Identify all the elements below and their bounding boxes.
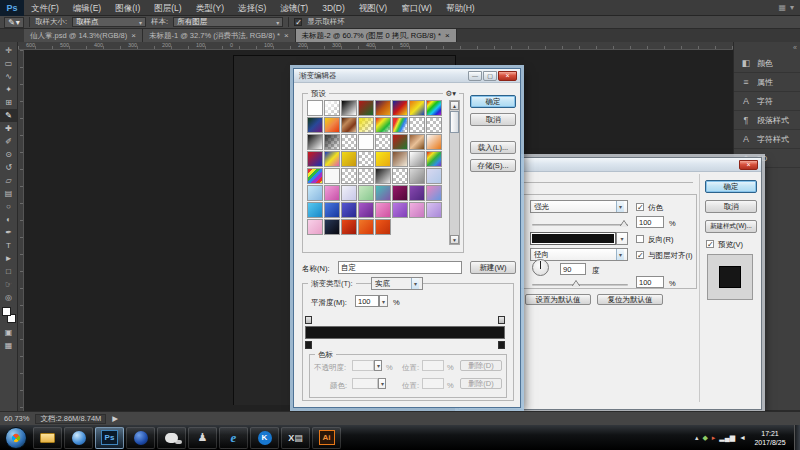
opacity-stop-end[interactable]	[498, 316, 505, 324]
path-selection-tool[interactable]: ►	[0, 252, 17, 265]
angle-input[interactable]: 90	[560, 263, 586, 275]
gradient-preset-33[interactable]	[324, 168, 340, 184]
gradient-preset-59[interactable]	[358, 219, 374, 235]
cancel-button[interactable]: 取消	[470, 113, 516, 126]
gradient-preset-13[interactable]	[392, 117, 408, 133]
gradient-preview-bar[interactable]	[305, 326, 505, 339]
scroll-down-icon[interactable]: ▼	[450, 235, 459, 244]
gradient-preset-31[interactable]	[426, 151, 442, 167]
scale-input[interactable]: 100	[636, 276, 664, 288]
dock-collapse-icon[interactable]: «	[793, 44, 797, 51]
gradient-preset-24[interactable]	[307, 151, 323, 167]
gradient-preset-35[interactable]	[358, 168, 374, 184]
gradient-preset-56[interactable]	[307, 219, 323, 235]
crop-tool[interactable]: ⊞	[0, 96, 17, 109]
document-tab-2[interactable]: 未标题-2 @ 60.7% (图层 0 拷贝, RGB/8) *×	[296, 29, 457, 42]
gradient-preset-53[interactable]	[392, 202, 408, 218]
gradient-preset-30[interactable]	[409, 151, 425, 167]
minimize-icon[interactable]: —	[468, 71, 482, 81]
gradient-preset-1[interactable]	[324, 100, 340, 116]
move-tool[interactable]: ✛	[0, 44, 17, 57]
angle-dial[interactable]	[532, 259, 549, 276]
gradient-preset-18[interactable]	[341, 134, 357, 150]
gradient-preset-8[interactable]	[307, 117, 323, 133]
panel-properties[interactable]: ≡属性	[734, 73, 800, 92]
gradient-preset-3[interactable]	[358, 100, 374, 116]
opacity-input[interactable]: 100	[636, 216, 664, 228]
close-icon[interactable]: ×	[498, 71, 517, 81]
gradient-preset-21[interactable]	[392, 134, 408, 150]
k-circle-app[interactable]: K	[250, 427, 279, 449]
photoshop[interactable]: Ps	[95, 427, 124, 449]
gradient-preset-20[interactable]	[375, 134, 391, 150]
blue-circle-app[interactable]	[126, 427, 155, 449]
gradient-preset-9[interactable]	[324, 117, 340, 133]
document-tab-0[interactable]: 仙人掌.psd @ 14.3%(RGB/8)×	[24, 29, 143, 42]
menu-item-1[interactable]: 编辑(E)	[66, 0, 108, 16]
eyedropper-tool-preset[interactable]: ✎ ▾	[4, 17, 24, 28]
gradient-preset-37[interactable]	[392, 168, 408, 184]
gradient-preset-19[interactable]	[358, 134, 374, 150]
scrollbar[interactable]: ▲ ▼	[449, 100, 460, 245]
screen-mode-icon[interactable]: ▦	[0, 339, 17, 352]
healing-brush-tool[interactable]: ✚	[0, 122, 17, 135]
gradient-preset-55[interactable]	[426, 202, 442, 218]
history-brush-tool[interactable]: ↺	[0, 161, 17, 174]
dither-checkbox[interactable]: ✓	[636, 203, 644, 211]
stop-opacity-input[interactable]	[352, 360, 374, 371]
workspace-icon[interactable]: ▦	[778, 3, 786, 12]
stop-opacity-caret[interactable]: ▾	[374, 360, 382, 371]
tray-red-flag-icon[interactable]: ▸	[712, 434, 716, 442]
gradient-preset-32[interactable]	[307, 168, 323, 184]
workspace-caret-icon[interactable]: ▾	[790, 3, 794, 12]
cancel-button[interactable]: 取消	[705, 200, 757, 213]
wechat[interactable]	[157, 427, 186, 449]
color-stop-start[interactable]	[305, 341, 312, 349]
gradient-swatch-caret[interactable]: ▾	[616, 232, 628, 245]
align-checkbox[interactable]: ✓	[636, 251, 644, 259]
scale-slider[interactable]	[532, 284, 628, 286]
gradient-preset-45[interactable]	[392, 185, 408, 201]
menu-item-10[interactable]: 帮助(H)	[439, 0, 482, 16]
person-app[interactable]: ♟	[188, 427, 217, 449]
gradient-preset-36[interactable]	[375, 168, 391, 184]
ok-button[interactable]: 确定	[470, 95, 516, 108]
quick-mask-icon[interactable]: ▣	[0, 326, 17, 339]
hand-tool[interactable]: ☞	[0, 278, 17, 291]
lasso-tool[interactable]: ∿	[0, 70, 17, 83]
sample-dropdown[interactable]: 所有图层 ▾	[173, 17, 283, 27]
panel-character[interactable]: A字符	[734, 92, 800, 111]
gradient-preset-10[interactable]	[341, 117, 357, 133]
style-dropdown[interactable]: 径向 ▾	[530, 248, 628, 261]
gradient-preset-5[interactable]	[392, 100, 408, 116]
menu-item-0[interactable]: 文件(F)	[24, 0, 66, 16]
preview-checkbox[interactable]: ✓	[706, 240, 714, 248]
ok-button[interactable]: 确定	[705, 180, 757, 193]
menu-item-2[interactable]: 图像(I)	[108, 0, 147, 16]
gradient-preset-42[interactable]	[341, 185, 357, 201]
smoothness-input[interactable]: 100	[355, 295, 379, 307]
gradient-preset-0[interactable]	[307, 100, 323, 116]
gradient-preset-4[interactable]	[375, 100, 391, 116]
gradient-preset-25[interactable]	[324, 151, 340, 167]
blend-mode-dropdown[interactable]: 强光 ▾	[530, 200, 628, 213]
zoom-level[interactable]: 60.73%	[4, 414, 29, 423]
marquee-tool[interactable]: ▭	[0, 57, 17, 70]
gradient-preset-40[interactable]	[307, 185, 323, 201]
gradient-preset-16[interactable]	[307, 134, 323, 150]
document-tab-1[interactable]: 未标题-1 @ 32.7% (消费书法, RGB/8) *×	[143, 29, 296, 42]
explorer[interactable]	[33, 427, 62, 449]
gradient-swatch[interactable]	[530, 232, 616, 245]
name-input[interactable]: 自定	[338, 261, 462, 274]
gradient-preset-14[interactable]	[409, 117, 425, 133]
menu-item-8[interactable]: 视图(V)	[352, 0, 394, 16]
brush-tool[interactable]: ✐	[0, 135, 17, 148]
dodge-tool[interactable]: ◐	[0, 213, 17, 226]
stop-color-caret[interactable]: ▾	[378, 378, 386, 389]
stop-color-swatch[interactable]	[352, 378, 378, 389]
scroll-up-icon[interactable]: ▲	[450, 101, 459, 110]
gradient-preset-43[interactable]	[358, 185, 374, 201]
tab-close-icon[interactable]: ×	[445, 31, 450, 40]
gradient-editor-titlebar[interactable]: 渐变编辑器 — ▢ ×	[294, 69, 520, 83]
reset-default-button[interactable]: 复位为默认值	[597, 294, 663, 305]
